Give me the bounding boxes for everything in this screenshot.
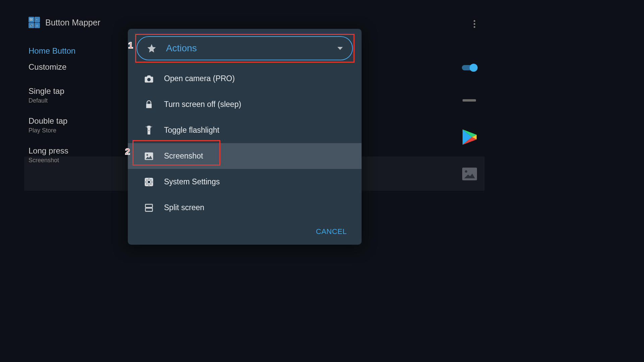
annotation-number-2: 2: [125, 146, 130, 157]
play-store-icon: [462, 129, 477, 145]
action-open-camera[interactable]: Open camera (PRO): [128, 66, 362, 92]
customize-toggle[interactable]: [462, 65, 477, 70]
app-header: ⌧ ← 🔊 ⌂ Button Mapper: [29, 17, 100, 28]
sidebar-item-long-press[interactable]: Long press Screenshot: [29, 146, 75, 164]
action-split-screen[interactable]: Split screen: [128, 195, 362, 221]
actions-dropdown[interactable]: Actions: [137, 36, 353, 60]
image-icon: [143, 150, 155, 162]
gear-icon: [143, 176, 155, 188]
app-icon: ⌧ ← 🔊 ⌂: [29, 17, 40, 28]
star-icon: [147, 43, 157, 53]
svg-rect-4: [146, 204, 153, 207]
sidebar: Home Button Customize Single tap Default…: [29, 44, 75, 176]
app-title: Button Mapper: [45, 18, 100, 27]
svg-point-3: [148, 181, 150, 183]
single-tap-indicator: [463, 99, 476, 102]
dropdown-label: Actions: [166, 43, 337, 54]
action-turn-screen-off[interactable]: Turn screen off (sleep): [128, 92, 362, 117]
screenshot-icon: [462, 168, 477, 180]
action-toggle-flashlight[interactable]: Toggle flashlight: [128, 117, 362, 143]
cancel-button[interactable]: CANCEL: [316, 227, 347, 236]
svg-point-1: [147, 154, 148, 156]
action-list: Open camera (PRO) Turn screen off (sleep…: [128, 66, 362, 221]
action-system-settings[interactable]: System Settings: [128, 169, 362, 195]
flashlight-icon: [143, 125, 155, 136]
sidebar-item-customize[interactable]: Customize: [29, 62, 75, 72]
actions-dialog: Actions Open camera (PRO) Turn screen of…: [128, 29, 362, 245]
split-screen-icon: [143, 202, 155, 214]
chevron-down-icon: [337, 47, 343, 50]
overflow-menu-icon[interactable]: [474, 20, 475, 28]
sidebar-item-single-tap[interactable]: Single tap Default: [29, 86, 75, 104]
svg-rect-5: [146, 208, 153, 211]
sidebar-item-home-button[interactable]: Home Button: [29, 46, 75, 56]
sidebar-item-double-tap[interactable]: Double tap Play Store: [29, 116, 75, 134]
lock-icon: [143, 99, 155, 110]
action-screenshot[interactable]: Screenshot: [128, 143, 362, 169]
annotation-number-1: 1: [128, 40, 133, 51]
camera-icon: [143, 73, 155, 84]
